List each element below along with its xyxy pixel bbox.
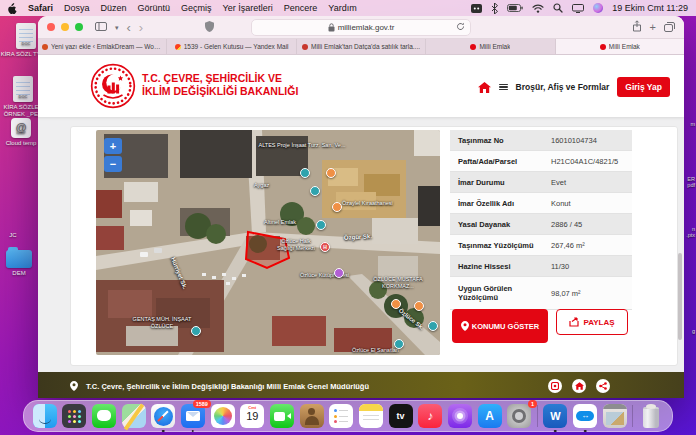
satellite-map[interactable]: ALTES Proje İnşaat Turz. San. Ve... Ayga… xyxy=(96,130,440,355)
web-page: T.C. ÇEVRE, ŞEHİRCİLİK VE İKLİM DEĞİŞİKL… xyxy=(38,55,684,398)
share-icon[interactable] xyxy=(632,18,642,36)
display-icon[interactable] xyxy=(572,4,584,13)
map-label: Özlüce El Sanatları xyxy=(352,347,399,354)
tab-milli-emlak-active[interactable]: Milli Emlak xyxy=(556,39,684,54)
dock-appstore-icon[interactable]: A xyxy=(478,404,502,428)
health-center-marker[interactable]: H xyxy=(320,242,330,252)
battery-icon[interactable] xyxy=(507,4,523,12)
poi-marker[interactable] xyxy=(394,339,404,349)
poi-marker[interactable] xyxy=(332,202,342,212)
tab-overview-icon[interactable] xyxy=(664,18,675,36)
tab-yandex-mail[interactable]: 1539 - Gelen Kutusu — Yandex Mail xyxy=(167,39,296,54)
address-bar[interactable]: milliemlak.gov.tr xyxy=(251,19,471,36)
spotlight-icon[interactable] xyxy=(553,3,563,13)
folder-icon xyxy=(6,250,32,268)
siri-icon[interactable] xyxy=(593,3,603,13)
privacy-shield-icon[interactable] xyxy=(205,21,214,34)
dock-notes-icon[interactable] xyxy=(359,404,383,428)
map-label: ÖZLÜCE MUSTAFA KORKMAZ... xyxy=(366,276,430,289)
tab-milli-emlak-haber[interactable]: Milli Emlak'tan Datça'da satılık tarla..… xyxy=(297,39,426,54)
show-location-button[interactable]: KONUMU GÖSTER xyxy=(452,309,548,343)
tab-bar: Yeni yazı ekle ‹ EmlakDream — Word... 15… xyxy=(38,39,684,55)
desktop-edge-label[interactable]: ER pdf xyxy=(687,176,695,188)
site-header: T.C. ÇEVRE, ŞEHİRCİLİK VE İKLİM DEĞİŞİKL… xyxy=(38,55,684,117)
poi-marker[interactable] xyxy=(334,268,344,278)
dock-tv-icon[interactable]: tv xyxy=(389,404,413,428)
desktop-icon-jc[interactable]: JC xyxy=(0,232,40,239)
dock-word-icon[interactable]: W xyxy=(543,404,567,428)
safari-window: ▾ ‹ › milliemlak.gov.tr + xyxy=(38,16,684,398)
menu-item-goruntu[interactable]: Görüntü xyxy=(138,3,171,13)
nav-brosur-link[interactable]: Broşür, Afiş ve Formlar xyxy=(516,82,610,92)
ministry-logo[interactable] xyxy=(90,63,136,109)
poi-marker[interactable] xyxy=(316,220,326,230)
tab-emlakdream[interactable]: Yeni yazı ekle ‹ EmlakDream — Word... xyxy=(38,39,167,54)
menubar-extra-icon[interactable] xyxy=(471,4,482,13)
desktop-edge-label[interactable]: n .ptx xyxy=(686,226,695,238)
dock-podcasts-icon[interactable] xyxy=(448,404,472,428)
footer-share-button[interactable] xyxy=(596,379,610,393)
zoom-out-button[interactable]: − xyxy=(104,156,122,172)
hamburger-menu-icon[interactable] xyxy=(499,82,508,91)
back-button[interactable]: ‹ xyxy=(127,22,131,33)
menu-item-gecmis[interactable]: Geçmiş xyxy=(181,3,212,13)
dock-calendar-icon[interactable]: Cmt19 xyxy=(240,404,264,428)
dock-music-icon[interactable]: ♪ xyxy=(418,404,442,428)
mail-badge: 1589 xyxy=(193,400,211,408)
footer-home-button[interactable] xyxy=(572,379,586,393)
chevron-down-icon[interactable]: ▾ xyxy=(115,22,119,33)
new-tab-icon[interactable]: + xyxy=(650,21,656,33)
dock-contacts-icon[interactable] xyxy=(300,404,324,428)
reload-icon[interactable] xyxy=(456,22,465,33)
menu-bar-clock[interactable]: 19 Ekim Cmt 11:29 xyxy=(612,3,688,13)
menu-item-pencere[interactable]: Pencere xyxy=(284,3,318,13)
apple-menu-icon[interactable] xyxy=(8,3,17,14)
forward-button[interactable]: › xyxy=(139,22,143,33)
footer-app-button[interactable] xyxy=(548,379,562,393)
zoom-in-button[interactable]: + xyxy=(104,138,122,154)
menu-item-yerisaretleri[interactable]: Yer İşaretleri xyxy=(223,3,273,13)
dock-teamviewer-icon[interactable]: ↔ xyxy=(573,404,597,428)
dock-maps-icon[interactable] xyxy=(122,404,146,428)
menu-item-yardim[interactable]: Yardım xyxy=(328,3,356,13)
poi-marker[interactable] xyxy=(300,168,310,178)
menu-item-dosya[interactable]: Dosya xyxy=(64,3,90,13)
poi-marker[interactable] xyxy=(310,186,320,196)
poi-marker[interactable] xyxy=(191,326,201,336)
dock-photos-icon[interactable] xyxy=(211,404,235,428)
desktop-edge-label[interactable]: g xyxy=(692,328,695,334)
desktop-edge-label[interactable]: m xyxy=(690,121,695,127)
poi-marker[interactable] xyxy=(391,299,401,309)
close-window-button[interactable] xyxy=(47,23,55,31)
bluetooth-icon[interactable] xyxy=(491,3,498,14)
dock-safari-icon[interactable] xyxy=(151,404,175,428)
dock-reminders-icon[interactable] xyxy=(329,404,353,428)
poi-marker[interactable] xyxy=(414,301,424,311)
dock-mail-icon[interactable]: 1589 xyxy=(181,404,205,428)
dock-settings-icon[interactable]: 1 xyxy=(507,404,531,428)
menu-item-duzen[interactable]: Düzen xyxy=(101,3,127,13)
dock-messages-icon[interactable] xyxy=(92,404,116,428)
login-button[interactable]: Giriş Yap xyxy=(617,77,670,97)
home-icon[interactable] xyxy=(478,82,491,93)
page-scrollbar[interactable] xyxy=(678,253,682,340)
table-row: Hazine Hissesi11/30 xyxy=(450,256,632,277)
wifi-icon[interactable] xyxy=(532,4,544,13)
tab-milli-emlak-1[interactable]: Milli Emlak xyxy=(426,39,555,54)
minimize-window-button[interactable] xyxy=(61,23,69,31)
desktop: Safari Dosya Düzen Görüntü Geçmiş Yer İş… xyxy=(0,0,696,435)
dock-facetime-icon[interactable] xyxy=(270,404,294,428)
dock-minimized-window-icon[interactable] xyxy=(603,404,627,428)
dock-launchpad-icon[interactable] xyxy=(62,404,86,428)
menu-item-safari[interactable]: Safari xyxy=(28,3,53,13)
desktop-icon-label: JC xyxy=(0,232,40,239)
map-label: Özlüce Halk Sağlığı Merkezi xyxy=(272,238,320,251)
dock-finder-icon[interactable] xyxy=(33,404,57,428)
poi-marker[interactable] xyxy=(326,168,336,178)
share-property-button[interactable]: PAYLAŞ xyxy=(556,309,628,335)
dock-trash-icon[interactable] xyxy=(639,404,663,428)
zoom-window-button[interactable] xyxy=(75,23,83,31)
share-arrow-icon xyxy=(569,317,579,327)
poi-marker[interactable] xyxy=(428,321,438,331)
sidebar-icon[interactable] xyxy=(95,22,107,33)
